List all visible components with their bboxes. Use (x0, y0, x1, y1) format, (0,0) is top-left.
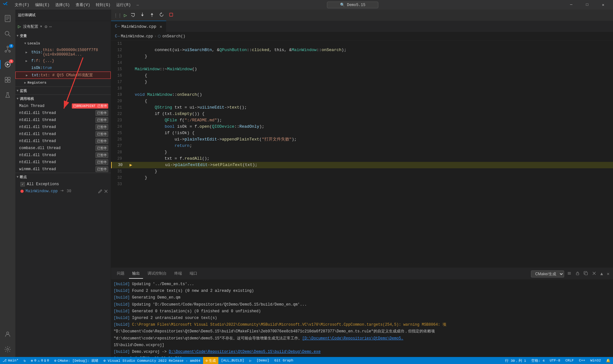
thread-ntdll-3[interactable]: ntdll.dll thread 已暂停 (15, 124, 111, 131)
statusbar-play[interactable]: ▷ (247, 357, 254, 364)
breakpoints-header[interactable]: ▼ 断点 (15, 173, 111, 181)
maximize-button[interactable]: □ (580, 0, 594, 10)
bp-mainwindow[interactable]: MainWindow.cpp 30 (15, 188, 111, 195)
panel-tab-debug-console[interactable]: 调试控制台 (144, 269, 170, 279)
statusbar-spaces[interactable]: 空格: 4 (529, 357, 547, 364)
activity-icon-account[interactable] (0, 326, 15, 342)
statusbar-build-target[interactable]: [ALL_BUILD] (218, 357, 247, 364)
thread-ntdll-7[interactable]: ntdll.dll thread 已暂停 (15, 159, 111, 166)
thread-ntdll-5[interactable]: ntdll.dll thread 已暂停 (15, 138, 111, 145)
activity-icon-extensions[interactable] (0, 72, 15, 87)
activity-icon-settings[interactable] (0, 342, 15, 357)
statusbar-vs-community[interactable]: ⚙ Visual Studio Community 2022 Release -… (101, 357, 203, 364)
statusbar-encoding[interactable]: UTF-8 (547, 357, 563, 364)
restart-button[interactable] (158, 11, 165, 20)
panel-copy-icon[interactable] (583, 270, 589, 278)
statusbar-language[interactable]: C++ (576, 357, 588, 364)
callstack-header[interactable]: ▼ 调用堆栈 (15, 95, 111, 102)
var-txt[interactable]: ▶ txt: txt: # Qt5 CMake环境配置 (15, 72, 111, 79)
activity-icon-testing[interactable] (0, 87, 15, 103)
stop-button[interactable] (167, 11, 175, 20)
thread-winmm[interactable]: winmm.dll thread 已暂停 (15, 166, 111, 173)
var-isok[interactable]: ▶ isOk: true (15, 64, 111, 72)
menu-edit[interactable]: 编辑(E) (33, 1, 52, 9)
info-icon: ℹ (44, 359, 46, 363)
statusbar-line-endings[interactable]: CRLF (563, 357, 576, 364)
registers-header[interactable]: ▶ Registers (15, 79, 111, 87)
svg-rect-17 (8, 80, 10, 82)
panel-tab-output[interactable]: 输出 (129, 269, 143, 279)
bp-remove-icon[interactable] (104, 189, 108, 193)
titlebar-search[interactable]: 🔍 Demo5.15 (327, 2, 379, 8)
variables-scroll: ▼ 变量 ▼ Locals ▶ this: this: 0x000000c150… (15, 32, 111, 357)
bp-all-exceptions[interactable]: ✓ All Exceptions (15, 181, 111, 188)
panel-tab-ports[interactable]: 端口 (186, 269, 201, 279)
thread-ntdll-6[interactable]: ntdll.dll thread 已暂停 (15, 152, 111, 159)
menu-goto[interactable]: 转到(G) (93, 1, 113, 9)
statusbar-git-graph[interactable]: Git Graph (272, 357, 296, 364)
statusbar-winstore[interactable]: Win32 (588, 357, 603, 364)
minimize-button[interactable]: — (564, 0, 579, 10)
statusbar-build[interactable]: ⚙ 生成 (203, 357, 219, 364)
debug-play-icon[interactable]: ▷ (18, 23, 21, 30)
output-source-dropdown[interactable]: CMake/生成 (531, 270, 564, 277)
statusbar-debug-target[interactable]: [Demo] (254, 357, 272, 364)
panel-list-icon[interactable] (566, 270, 572, 278)
statusbar-right: 行 30，列 1 空格: 4 UTF-8 CRLF C++ Win32 🔔 (503, 357, 613, 364)
thread-ntdll-4[interactable]: ntdll.dll thread 已暂停 (15, 131, 111, 138)
variables-section-header[interactable]: ▼ 变量 (15, 32, 111, 40)
watch-header[interactable]: ▼ 监视 (15, 87, 111, 95)
statusbar-sync[interactable]: ↻ (21, 357, 28, 364)
step-out-button[interactable] (148, 11, 156, 20)
config-more-icon[interactable]: ⋯ (49, 24, 52, 29)
close-button[interactable]: ✕ (596, 0, 610, 10)
panel-lock-icon[interactable] (574, 270, 581, 278)
tab-mainwindow-cpp[interactable]: C→ MainWindow.cpp ✕ (111, 21, 166, 32)
panel-tab-terminal[interactable]: 终端 (171, 269, 185, 279)
var-f[interactable]: ▶ f: f: {...} (15, 57, 111, 64)
statusbar-git-branch[interactable]: ⎇ main* (0, 357, 21, 364)
locals-header[interactable]: ▼ Locals (15, 40, 111, 47)
continue-button[interactable]: ▷ (124, 12, 127, 19)
activity-icon-scm[interactable]: 4 (0, 42, 15, 57)
code-line-17: 17 } (111, 79, 613, 85)
thread-ntdll-2[interactable]: ntdll.dll thread 已暂停 (15, 117, 111, 124)
statusbar-errors[interactable]: ⊗ 0 ⚠ 0 ℹ 0 (28, 357, 52, 364)
config-settings-icon[interactable]: ⚙ (45, 24, 47, 29)
code-line-15: 15 MainWindow::~MainWindow() (111, 66, 613, 72)
titlebar-left: 文件(F) 编辑(E) 选择(S) 查看(V) 转到(G) 运行(R) … (0, 1, 141, 9)
bp-checkbox-exceptions[interactable]: ✓ (20, 182, 25, 186)
code-editor[interactable]: 11 12 connect(ui->uiSearchBtn, &QPushBut… (111, 41, 613, 268)
output-line-10: 15\build\Demo.vcxproj] (114, 342, 610, 349)
activity-icon-debug[interactable]: 1 (0, 57, 15, 72)
step-into-button[interactable] (139, 11, 146, 20)
thread-combase[interactable]: combase.dll thread 已暂停 (15, 145, 111, 152)
bp-red-dot (20, 190, 24, 193)
step-over-button[interactable] (129, 11, 137, 20)
statusbar-notifications[interactable]: 🔔 (603, 357, 613, 364)
menu-view[interactable]: 查看(V) (73, 1, 93, 9)
menu-more[interactable]: … (134, 1, 141, 9)
panel-close-icon[interactable]: ✕ (606, 270, 610, 277)
panel-expand-icon[interactable]: ▲ (599, 270, 604, 277)
statusbar-cursor-pos[interactable]: 行 30，列 1 (503, 357, 529, 364)
config-dropdown-icon[interactable]: ▼ (40, 25, 42, 28)
panel-clear-icon[interactable] (591, 270, 597, 278)
tab-close-icon[interactable]: ✕ (160, 24, 162, 29)
breadcrumb-function[interactable]: onSearch() (162, 34, 185, 39)
breadcrumb-file[interactable]: MainWindow.cpp (121, 34, 153, 39)
menu-file[interactable]: 文件(F) (12, 1, 32, 9)
menu-run[interactable]: 运行(R) (114, 1, 133, 9)
output-path-link[interactable]: [D:\Document\Code\Repositories\QtDemo\De… (302, 336, 403, 341)
var-this[interactable]: ▶ this: this: 0x000000c1500ff7f8 {ui=0x0… (15, 47, 111, 57)
thread-ntdll-1[interactable]: ntdll.dll thread 已暂停 (15, 110, 111, 117)
statusbar-cmake[interactable]: ⚙ CMake: [Debug]: 就绪 (52, 357, 101, 364)
panel-tab-problems[interactable]: 问题 (114, 269, 128, 279)
bp-edit-icon[interactable] (98, 189, 102, 193)
code-line-26: 26 ui->plainTextEdit->appendPlainText("打… (111, 136, 613, 143)
thread-main[interactable]: Main Thread 已BREAKPOINT 已暂停 (15, 102, 111, 110)
activity-icon-search[interactable] (0, 26, 15, 42)
activity-icon-explorer[interactable] (0, 11, 15, 26)
menu-select[interactable]: 选择(S) (53, 1, 72, 9)
output-exe-path[interactable]: D:\Document\Code\Repositories\QtDemo\Dem… (169, 350, 321, 354)
